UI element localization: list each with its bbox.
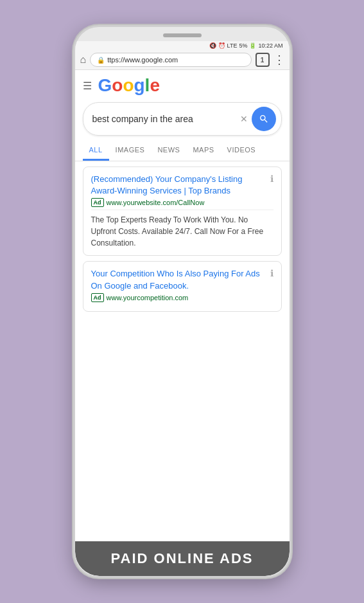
alarm-icon: ⏰	[218, 42, 225, 49]
bottom-label-text: PAID ONLINE ADS	[111, 550, 254, 567]
phone-frame: 🔇 ⏰ LTE 5% 🔋 10:22 AM ⌂ 🔒 ttps://www.goo…	[73, 25, 291, 578]
search-input[interactable]: best company in the area	[92, 114, 236, 124]
time: 10:22 AM	[258, 42, 282, 49]
logo-o2: o	[123, 75, 134, 95]
logo-e: e	[150, 75, 160, 95]
ad-title-1[interactable]: (Recommended) Your Company's Listing Awa…	[91, 174, 273, 197]
mute-icon: 🔇	[209, 42, 216, 49]
url-text: ttps://www.google.com	[107, 56, 178, 64]
tab-images[interactable]: IMAGES	[109, 141, 152, 161]
hamburger-menu-icon[interactable]: ☰	[83, 80, 92, 92]
logo-g2: g	[134, 75, 145, 95]
home-icon[interactable]: ⌂	[80, 54, 87, 66]
tab-all[interactable]: ALL	[83, 141, 109, 161]
ad-row-1: Ad www.yourwebsite.com/CallNow	[91, 198, 273, 207]
logo-o1: o	[112, 75, 123, 95]
search-box[interactable]: best company in the area ✕	[83, 102, 282, 136]
search-button[interactable]	[252, 107, 276, 131]
ad-row-2: Ad www.yourcompetition.com	[91, 293, 273, 302]
google-header: ☰ Google	[75, 70, 290, 98]
google-logo: Google	[98, 75, 160, 96]
network-icon: LTE	[227, 42, 238, 49]
clear-search-icon[interactable]: ✕	[240, 114, 248, 124]
secure-lock-icon: 🔒	[97, 57, 105, 64]
power-button[interactable]	[290, 123, 291, 162]
tab-videos[interactable]: VIDEOS	[221, 141, 263, 161]
tab-maps[interactable]: MAPS	[186, 141, 220, 161]
search-tabs: ALL IMAGES NEWS MAPS VIDEOS	[75, 141, 290, 161]
volume-down-button[interactable]	[73, 136, 75, 168]
paid-online-ads-label: PAID ONLINE ADS	[75, 541, 290, 576]
ad-result-2: ℹ Your Competition Who Is Also Paying Fo…	[83, 261, 282, 311]
ad-badge-2: Ad	[91, 293, 104, 302]
ad-desc-1: The Top Experts Ready To Work With You. …	[91, 210, 273, 249]
google-search-page: ☰ Google best company in the area ✕ ALL …	[75, 70, 290, 576]
search-box-container: best company in the area ✕	[75, 98, 290, 141]
status-icons: 🔇 ⏰ LTE 5% 🔋 10:22 AM	[209, 42, 283, 49]
battery-percent: 5%	[239, 42, 247, 49]
ad-title-2[interactable]: Your Competition Who Is Also Paying For …	[91, 268, 273, 291]
tab-count[interactable]: 1	[256, 53, 270, 67]
info-icon-2[interactable]: ℹ	[270, 268, 273, 278]
browser-toolbar: ⌂ 🔒 ttps://www.google.com 1 ⋮	[75, 50, 290, 70]
search-results: ℹ (Recommended) Your Company's Listing A…	[75, 161, 290, 541]
tab-news[interactable]: NEWS	[151, 141, 186, 161]
ad-url-2[interactable]: www.yourcompetition.com	[107, 294, 189, 302]
status-bar: 🔇 ⏰ LTE 5% 🔋 10:22 AM	[75, 41, 290, 50]
url-bar[interactable]: 🔒 ttps://www.google.com	[90, 53, 251, 67]
ad-result-1: ℹ (Recommended) Your Company's Listing A…	[83, 166, 282, 256]
logo-g: G	[98, 75, 112, 95]
ad-badge-1: Ad	[91, 198, 104, 207]
search-icon	[259, 114, 269, 124]
info-icon-1[interactable]: ℹ	[270, 174, 273, 184]
ad-url-1[interactable]: www.yourwebsite.com/CallNow	[107, 199, 205, 206]
silent-switch[interactable]	[73, 175, 75, 207]
volume-up-button[interactable]	[73, 104, 75, 127]
speaker-grille	[163, 33, 202, 37]
battery-icon: 🔋	[249, 42, 256, 49]
more-options-icon[interactable]: ⋮	[273, 53, 284, 67]
